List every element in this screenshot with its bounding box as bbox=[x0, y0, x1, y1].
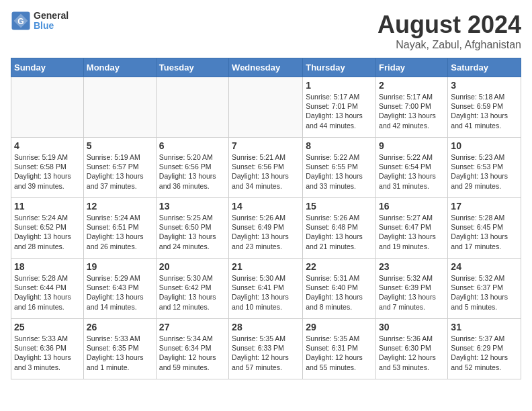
date-number: 30 bbox=[379, 322, 445, 332]
logo-general: General bbox=[34, 10, 69, 21]
date-number: 11 bbox=[14, 201, 81, 212]
cell-text: Sunrise: 5:23 AMSunset: 6:53 PMDaylight:… bbox=[451, 152, 518, 191]
calendar-table: SundayMondayTuesdayWednesdayThursdayFrid… bbox=[11, 58, 521, 379]
date-number: 29 bbox=[306, 322, 373, 332]
calendar-cell: 21Sunrise: 5:30 AMSunset: 6:41 PMDayligh… bbox=[229, 259, 303, 319]
weekday-header-saturday: Saturday bbox=[448, 58, 521, 77]
calendar-cell: 10Sunrise: 5:23 AMSunset: 6:53 PMDayligh… bbox=[448, 138, 521, 198]
date-number: 7 bbox=[232, 140, 300, 151]
calendar-week-5: 25Sunrise: 5:33 AMSunset: 6:36 PMDayligh… bbox=[11, 319, 521, 379]
date-number: 23 bbox=[379, 261, 445, 272]
logo-icon: G bbox=[11, 11, 31, 31]
calendar-cell: 30Sunrise: 5:36 AMSunset: 6:30 PMDayligh… bbox=[376, 319, 448, 379]
date-number: 1 bbox=[306, 80, 373, 91]
weekday-header-friday: Friday bbox=[376, 58, 448, 77]
date-number: 2 bbox=[379, 80, 445, 91]
calendar-cell: 6Sunrise: 5:20 AMSunset: 6:56 PMDaylight… bbox=[156, 138, 228, 198]
date-number: 13 bbox=[159, 201, 226, 212]
date-number: 6 bbox=[159, 140, 226, 151]
calendar-cell: 12Sunrise: 5:24 AMSunset: 6:51 PMDayligh… bbox=[83, 198, 156, 259]
logo-blue: Blue bbox=[34, 20, 54, 31]
calendar-cell: 9Sunrise: 5:22 AMSunset: 6:54 PMDaylight… bbox=[376, 138, 448, 198]
weekday-header-tuesday: Tuesday bbox=[156, 58, 228, 77]
calendar-cell: 4Sunrise: 5:19 AMSunset: 6:58 PMDaylight… bbox=[11, 138, 84, 198]
calendar-cell: 14Sunrise: 5:26 AMSunset: 6:49 PMDayligh… bbox=[229, 198, 303, 259]
svg-text:G: G bbox=[17, 17, 24, 26]
weekday-header-sunday: Sunday bbox=[11, 58, 84, 77]
calendar-cell: 31Sunrise: 5:37 AMSunset: 6:29 PMDayligh… bbox=[448, 319, 521, 379]
calendar-cell: 5Sunrise: 5:19 AMSunset: 6:57 PMDaylight… bbox=[83, 138, 156, 198]
cell-text: Sunrise: 5:33 AMSunset: 6:35 PMDaylight:… bbox=[87, 334, 153, 372]
cell-text: Sunrise: 5:26 AMSunset: 6:48 PMDaylight:… bbox=[306, 213, 373, 251]
cell-text: Sunrise: 5:28 AMSunset: 6:44 PMDaylight:… bbox=[14, 273, 81, 312]
cell-text: Sunrise: 5:17 AMSunset: 7:00 PMDaylight:… bbox=[379, 92, 445, 130]
cell-text: Sunrise: 5:22 AMSunset: 6:54 PMDaylight:… bbox=[379, 152, 445, 191]
cell-text: Sunrise: 5:32 AMSunset: 6:39 PMDaylight:… bbox=[379, 273, 445, 312]
date-number: 4 bbox=[14, 140, 81, 151]
weekday-header-wednesday: Wednesday bbox=[229, 58, 303, 77]
cell-text: Sunrise: 5:26 AMSunset: 6:49 PMDaylight:… bbox=[232, 213, 300, 251]
calendar-cell: 15Sunrise: 5:26 AMSunset: 6:48 PMDayligh… bbox=[303, 198, 376, 259]
cell-text: Sunrise: 5:31 AMSunset: 6:40 PMDaylight:… bbox=[306, 273, 373, 312]
date-number: 5 bbox=[87, 140, 153, 151]
date-number: 25 bbox=[14, 322, 81, 332]
cell-text: Sunrise: 5:18 AMSunset: 6:59 PMDaylight:… bbox=[451, 92, 518, 130]
date-number: 24 bbox=[451, 261, 518, 272]
calendar-week-2: 4Sunrise: 5:19 AMSunset: 6:58 PMDaylight… bbox=[11, 138, 521, 198]
calendar-cell: 19Sunrise: 5:29 AMSunset: 6:43 PMDayligh… bbox=[83, 259, 156, 319]
calendar-cell: 29Sunrise: 5:35 AMSunset: 6:31 PMDayligh… bbox=[303, 319, 376, 379]
date-number: 3 bbox=[451, 80, 518, 91]
calendar-cell: 2Sunrise: 5:17 AMSunset: 7:00 PMDaylight… bbox=[376, 77, 448, 138]
calendar-cell: 13Sunrise: 5:25 AMSunset: 6:50 PMDayligh… bbox=[156, 198, 228, 259]
date-number: 20 bbox=[159, 261, 226, 272]
calendar-cell bbox=[11, 77, 84, 138]
cell-text: Sunrise: 5:36 AMSunset: 6:30 PMDaylight:… bbox=[379, 334, 445, 372]
calendar-cell: 11Sunrise: 5:24 AMSunset: 6:52 PMDayligh… bbox=[11, 198, 84, 259]
cell-text: Sunrise: 5:28 AMSunset: 6:45 PMDaylight:… bbox=[451, 213, 518, 251]
date-number: 28 bbox=[232, 322, 300, 332]
subtitle: Nayak, Zabul, Afghanistan bbox=[378, 39, 521, 51]
cell-text: Sunrise: 5:32 AMSunset: 6:37 PMDaylight:… bbox=[451, 273, 518, 312]
calendar-cell: 1Sunrise: 5:17 AMSunset: 7:01 PMDaylight… bbox=[303, 77, 376, 138]
date-number: 18 bbox=[14, 261, 81, 272]
cell-text: Sunrise: 5:25 AMSunset: 6:50 PMDaylight:… bbox=[159, 213, 226, 251]
calendar-week-3: 11Sunrise: 5:24 AMSunset: 6:52 PMDayligh… bbox=[11, 198, 521, 259]
cell-text: Sunrise: 5:29 AMSunset: 6:43 PMDaylight:… bbox=[87, 273, 153, 312]
calendar-cell: 23Sunrise: 5:32 AMSunset: 6:39 PMDayligh… bbox=[376, 259, 448, 319]
main-title: August 2024 bbox=[378, 11, 521, 39]
cell-text: Sunrise: 5:22 AMSunset: 6:55 PMDaylight:… bbox=[306, 152, 373, 191]
calendar-cell: 24Sunrise: 5:32 AMSunset: 6:37 PMDayligh… bbox=[448, 259, 521, 319]
date-number: 16 bbox=[379, 201, 445, 212]
page-header: G General Blue August 2024 Nayak, Zabul,… bbox=[11, 11, 521, 51]
calendar-cell: 28Sunrise: 5:35 AMSunset: 6:33 PMDayligh… bbox=[229, 319, 303, 379]
calendar-cell: 25Sunrise: 5:33 AMSunset: 6:36 PMDayligh… bbox=[11, 319, 84, 379]
calendar-week-4: 18Sunrise: 5:28 AMSunset: 6:44 PMDayligh… bbox=[11, 259, 521, 319]
date-number: 22 bbox=[306, 261, 373, 272]
cell-text: Sunrise: 5:17 AMSunset: 7:01 PMDaylight:… bbox=[306, 92, 373, 130]
cell-text: Sunrise: 5:24 AMSunset: 6:51 PMDaylight:… bbox=[87, 213, 153, 251]
date-number: 26 bbox=[87, 322, 153, 332]
cell-text: Sunrise: 5:35 AMSunset: 6:33 PMDaylight:… bbox=[232, 334, 300, 372]
calendar-cell: 16Sunrise: 5:27 AMSunset: 6:47 PMDayligh… bbox=[376, 198, 448, 259]
calendar-cell: 26Sunrise: 5:33 AMSunset: 6:35 PMDayligh… bbox=[83, 319, 156, 379]
date-number: 19 bbox=[87, 261, 153, 272]
cell-text: Sunrise: 5:34 AMSunset: 6:34 PMDaylight:… bbox=[159, 334, 226, 372]
cell-text: Sunrise: 5:24 AMSunset: 6:52 PMDaylight:… bbox=[14, 213, 81, 251]
cell-text: Sunrise: 5:30 AMSunset: 6:42 PMDaylight:… bbox=[159, 273, 226, 312]
date-number: 14 bbox=[232, 201, 300, 212]
cell-text: Sunrise: 5:30 AMSunset: 6:41 PMDaylight:… bbox=[232, 273, 300, 312]
cell-text: Sunrise: 5:19 AMSunset: 6:57 PMDaylight:… bbox=[87, 152, 153, 191]
logo: G General Blue bbox=[11, 11, 69, 32]
calendar-cell: 20Sunrise: 5:30 AMSunset: 6:42 PMDayligh… bbox=[156, 259, 228, 319]
calendar-cell: 17Sunrise: 5:28 AMSunset: 6:45 PMDayligh… bbox=[448, 198, 521, 259]
date-number: 27 bbox=[159, 322, 226, 332]
date-number: 17 bbox=[451, 201, 518, 212]
calendar-cell: 27Sunrise: 5:34 AMSunset: 6:34 PMDayligh… bbox=[156, 319, 228, 379]
calendar-cell: 22Sunrise: 5:31 AMSunset: 6:40 PMDayligh… bbox=[303, 259, 376, 319]
calendar-cell bbox=[83, 77, 156, 138]
calendar-cell: 7Sunrise: 5:21 AMSunset: 6:56 PMDaylight… bbox=[229, 138, 303, 198]
date-number: 9 bbox=[379, 140, 445, 151]
calendar-cell bbox=[156, 77, 228, 138]
calendar-header-row: SundayMondayTuesdayWednesdayThursdayFrid… bbox=[11, 58, 521, 77]
title-block: August 2024 Nayak, Zabul, Afghanistan bbox=[378, 11, 521, 51]
